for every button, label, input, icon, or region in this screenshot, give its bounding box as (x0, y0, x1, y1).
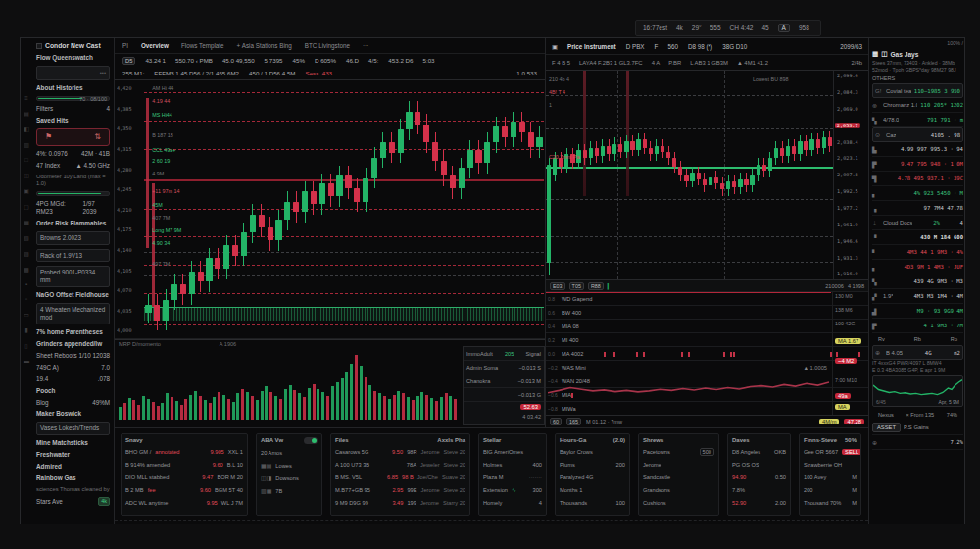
tab-1[interactable]: Overview (141, 42, 169, 49)
sidebar-label[interactable]: 7% home Parentheses (36, 328, 110, 336)
toolbar-tool[interactable]: 4 A (652, 60, 661, 66)
sidebar-label[interactable]: Grinders appended/lw (36, 340, 110, 348)
sidebar-label[interactable]: Flow Queenswatch (36, 54, 110, 62)
overlay-row[interactable]: −0.013 G (464, 388, 544, 402)
sidebar-kv-row[interactable]: 4PG MGd: RM231/97 2039 (36, 200, 110, 216)
asset-button[interactable]: ASSET (872, 423, 901, 432)
quote-row[interactable]: ⊛Chromanz 1.0110 205* 1202 (872, 98, 963, 113)
volume-pane[interactable]: MRP D/momento A 1906 ImmoAdult205SignalA… (115, 339, 545, 427)
rail-icon[interactable]: ▮ (24, 326, 27, 333)
header-item[interactable]: F (655, 43, 659, 50)
table-row[interactable]: Gee OR 5667SELL (804, 445, 857, 458)
table-row[interactable]: DIO MLL stabbed9.47BOR M 20 (125, 471, 243, 483)
quote-row[interactable]: ▖4D3 9M 1 4M3 · JUF (872, 260, 963, 274)
table-row[interactable]: 100 AveyM (804, 471, 857, 483)
tab-2[interactable]: Flows Template (181, 42, 224, 49)
sidebar-label[interactable]: Freshwater (36, 451, 110, 459)
table-row[interactable]: Plaza M······· (483, 471, 542, 483)
sidebar-kv-row[interactable]: Sheet Reboots1/10 12038 (36, 352, 110, 360)
header-item[interactable]: 560 (667, 43, 678, 50)
overlay-row[interactable]: Admin Soma−0.013 S (464, 361, 544, 374)
sidebar-label[interactable]: Order Risk Flammables (36, 220, 110, 227)
sidebar-label[interactable]: Admired (36, 463, 110, 471)
sidebar-label[interactable]: Pooch (36, 387, 110, 395)
toolbar-item[interactable]: 45 (761, 25, 768, 31)
table-row[interactable]: Extension∿300 (483, 483, 542, 496)
table-row[interactable]: BHO GM /annotated9.905XXL 1 (125, 445, 243, 458)
quote-row[interactable]: ▛9.47 795 948 · 1 0M (872, 157, 963, 172)
tab-3[interactable]: + Asia Stations Bing (237, 42, 292, 49)
toolbar-item[interactable]: A (778, 24, 790, 32)
sidebar-label[interactable]: About Histories (36, 84, 110, 92)
toolbar-item[interactable]: CH 4:42 (730, 25, 754, 31)
toolbar-tool[interactable]: LAYA4 F.2B3 1 GL3.7FC (579, 60, 643, 66)
table-row[interactable]: 200M (804, 483, 857, 496)
quote-row[interactable]: ▛4 1 9M3 · 7M (872, 319, 963, 333)
toolbar-tool[interactable]: P.BR (668, 60, 681, 66)
table-row[interactable]: Homely4 (483, 496, 542, 509)
table-row[interactable]: Sandcastle (643, 471, 714, 483)
sidebar-kv-row[interactable]: Filters4 (36, 105, 110, 113)
table-row[interactable]: Strawberrie OH (804, 458, 857, 471)
quote-row[interactable]: ▞1.9*4M3 M3 1M4 · 4M (872, 289, 963, 304)
overlay-row[interactable]: ImmoAdult205Signal (464, 347, 544, 361)
pane-footer-button[interactable]: 165 (566, 418, 581, 425)
toolbar-item[interactable]: 16:77est (643, 25, 667, 31)
sidebar-kv-row[interactable]: 47 Index▲ 4.50 GHz (36, 162, 110, 170)
mode-switcher[interactable]: RvRbRo (872, 333, 963, 345)
tab-0[interactable]: PI (122, 42, 128, 49)
indicator-row[interactable]: −0.2WAS Mini▲ 1.0005 (546, 361, 868, 374)
sidebar-label[interactable]: Saved Hits (36, 117, 110, 125)
pane-footer-red-badge[interactable]: 47.28 (844, 419, 864, 424)
rail-icon[interactable]: ▥ (24, 141, 29, 148)
quote-row[interactable]: ▗97 7M4 47.78 (872, 201, 963, 216)
sidebar-kv-row[interactable]: 749C A)7.0 (36, 364, 110, 372)
sidebar-box-item[interactable]: Probed 9001-P0334 mm (36, 266, 110, 287)
pane-button[interactable]: R88 (588, 282, 604, 290)
sidebar-alert-box[interactable]: ⚑⇅ (36, 128, 110, 146)
toolbar-tool[interactable]: 2/4b (852, 60, 862, 66)
rail-icon[interactable]: ▫ (25, 296, 27, 302)
sidebar-box-item[interactable]: Vases Lokesh/Trends (36, 422, 110, 435)
panel-toggle[interactable] (304, 437, 318, 444)
header-item[interactable]: 38G D10 (722, 43, 747, 50)
table-row[interactable]: B 914% amended9.60B.L 10 (125, 458, 243, 471)
table-row[interactable]: 52.902.00 (732, 496, 786, 509)
table-row[interactable]: Pacetowns500 (643, 445, 714, 458)
table-row[interactable]: 9 M9 D9G 993.49199JeromeStarry 20 (335, 496, 466, 509)
quote-row[interactable]: ▟M9 · 93 9G9 4M (872, 304, 963, 319)
rail-icon[interactable]: ▧ (24, 234, 29, 241)
table-row[interactable]: BIG AmeriOmes (483, 445, 542, 458)
table-row[interactable]: ▥▦7B (261, 484, 318, 497)
toolbar-item[interactable]: 958 (799, 25, 809, 31)
quote-row[interactable]: ▚4/78.0791 791 · m (872, 113, 963, 127)
table-row[interactable]: Grandsons (643, 483, 714, 496)
table-row[interactable]: 94.900.50 (732, 471, 786, 483)
quote-row[interactable]: ▘4M3 44 1 9M3 · 4% (872, 245, 963, 260)
indicator-row[interactable]: 0.8WD Gapend (546, 292, 868, 306)
sidebar-label[interactable]: Rainbow Gas (36, 474, 110, 482)
sidebar-box-item[interactable]: 4 Wheaten Mechanized mod (36, 303, 110, 324)
pane-footer-yellow-badge[interactable]: 4M/m (819, 419, 840, 424)
table-row[interactable]: Thousand 70%M (804, 496, 857, 509)
table-row[interactable]: M.B77+GB 952.9599EJeromeSteve 20 (335, 483, 466, 496)
toolbar-tool[interactable]: L AB3 1 GB3M (690, 60, 728, 66)
table-row[interactable]: Baylor Crows (560, 445, 625, 458)
toolbar-item[interactable]: 4k (676, 25, 683, 31)
sidebar-label[interactable]: Mine Matchsticks (36, 439, 110, 447)
table-row[interactable]: B 2 MBfee9.60BGM 5T 40 (125, 483, 243, 496)
quote-row[interactable]: ⇣Cloud Docs2%4 (872, 216, 963, 230)
right-chart-plot[interactable]: 210 4b 44B! T 41C20 7mm PaLowest BU 898 (546, 71, 833, 279)
rail-icon[interactable]: ≡ (24, 95, 28, 101)
sidebar-box-item[interactable]: Browns 2.0023 (36, 231, 110, 245)
rail-icon[interactable]: ◫ (24, 172, 29, 178)
table-row[interactable]: PG OS OS (732, 458, 786, 471)
overlay-alert-badge[interactable]: 52.63 (520, 404, 541, 410)
table-row[interactable]: A 100 U73 3B78AJewelerSteve 20 (335, 458, 466, 471)
indicator-row[interactable]: −0.8MIWa (546, 402, 868, 416)
swap-icon[interactable]: ⇅ (94, 132, 101, 142)
toolbar-item[interactable]: 29° (692, 25, 702, 31)
sidebar-label[interactable]: Maker Boswick (36, 410, 110, 418)
sidebar-kv-row[interactable]: 19.4.078 (36, 375, 110, 383)
flag-icon[interactable]: ⚑ (45, 132, 52, 142)
